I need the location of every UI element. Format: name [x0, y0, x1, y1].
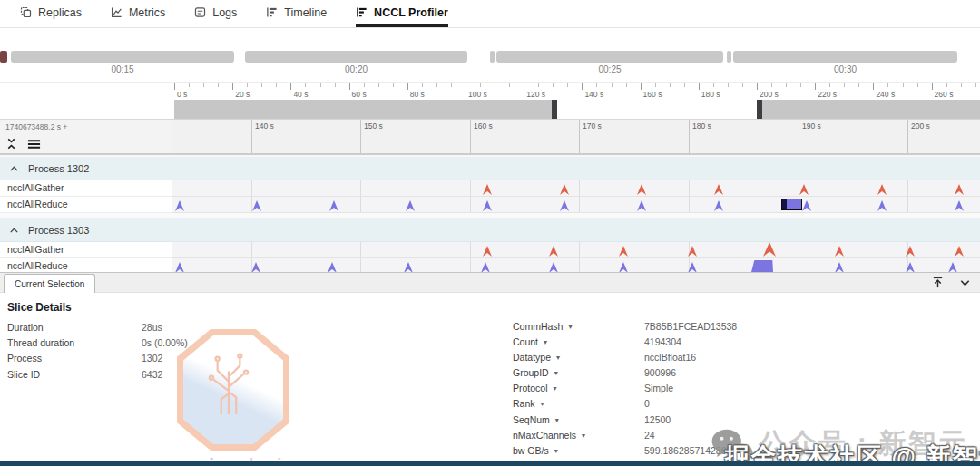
slice-selection-edge: [782, 199, 787, 209]
event-arrow[interactable]: [483, 200, 492, 211]
event-slice[interactable]: [751, 260, 773, 272]
ruler-major-tick: [873, 83, 874, 90]
event-arrow[interactable]: [619, 246, 628, 257]
minimap-bar[interactable]: [245, 51, 467, 63]
tab-label: Replicas: [38, 6, 82, 19]
track-label[interactable]: ncclAllGather: [0, 180, 172, 197]
tab-nccl-profiler[interactable]: NCCL Profiler: [356, 0, 448, 27]
viewport-gridline: [689, 120, 690, 153]
timeline-minimap: 00:1500:2000:2500:30: [0, 40, 980, 82]
event-arrow[interactable]: [802, 200, 811, 211]
event-arrow[interactable]: [252, 200, 261, 211]
viewport-tick-label: 200 s: [911, 121, 930, 131]
track-label[interactable]: ncclAllGather: [0, 242, 172, 258]
ruler-major-tick: [232, 83, 233, 90]
track-gridline: [579, 197, 580, 212]
event-arrow[interactable]: [799, 184, 808, 195]
minimap-bar[interactable]: [11, 51, 234, 63]
timeline-icon: [266, 6, 278, 18]
viewport-tick-label: 150 s: [364, 121, 383, 131]
ruler-minor-tick: [305, 83, 306, 87]
detail-value: 1302: [142, 353, 341, 368]
ruler-minor-tick: [276, 83, 277, 87]
ruler-minor-tick: [771, 83, 772, 87]
overview-brush[interactable]: [0, 100, 980, 119]
event-arrow[interactable]: [714, 200, 723, 211]
ruler-tick-label: 20 s: [235, 90, 250, 99]
track-canvas[interactable]: [172, 197, 980, 213]
event-arrow[interactable]: [329, 200, 338, 211]
event-arrow[interactable]: [560, 184, 569, 195]
event-slice[interactable]: [781, 199, 802, 210]
track-gridline: [360, 242, 361, 257]
selection-panel: Current Selection semianalysis Slice Det…: [0, 272, 980, 466]
ruler-minor-tick: [364, 83, 365, 87]
ruler-minor-tick: [553, 83, 554, 87]
bottom-accent-bar: [0, 461, 980, 466]
ruler-minor-tick: [728, 83, 729, 87]
event-arrow[interactable]: [637, 200, 646, 211]
viewport-gridline: [907, 120, 908, 153]
detail-label-dropdown[interactable]: Count: [513, 336, 644, 352]
event-arrow[interactable]: [877, 184, 887, 195]
ruler-minor-tick: [887, 83, 888, 87]
track-canvas[interactable]: [172, 180, 980, 197]
detail-label-dropdown[interactable]: bw GB/s: [513, 445, 644, 461]
minimap-bar-fragment: [490, 51, 495, 63]
event-arrow[interactable]: [483, 246, 492, 257]
event-arrow[interactable]: [877, 200, 887, 211]
ruler-minor-tick: [218, 83, 219, 87]
viewport-ruler: 1740673488.2 s + 140 s150 s160 s170 s180…: [0, 119, 980, 154]
ruler-major-tick: [641, 83, 642, 90]
detail-label-dropdown[interactable]: Rank: [513, 398, 644, 413]
expand-panel-icon[interactable]: [931, 276, 945, 289]
ruler-minor-tick: [670, 83, 671, 87]
chevron-down-icon[interactable]: [959, 278, 971, 287]
event-arrow[interactable]: [714, 184, 723, 195]
ruler-minor-tick: [612, 83, 612, 87]
nccl-profiler-icon: [356, 6, 368, 18]
process-header-process-1303[interactable]: Process 1303: [0, 218, 980, 242]
detail-label-dropdown[interactable]: Protocol: [513, 383, 644, 398]
viewport-tick-label: 180 s: [692, 121, 711, 131]
detail-label-dropdown[interactable]: GroupID: [513, 367, 644, 383]
event-arrow-large[interactable]: [763, 242, 776, 257]
ruler-minor-tick: [451, 83, 452, 87]
track-gridline: [470, 197, 471, 212]
event-arrow[interactable]: [560, 200, 569, 211]
detail-label: Thread duration: [7, 337, 142, 353]
detail-label-dropdown[interactable]: Datatype: [513, 352, 644, 367]
event-arrow[interactable]: [835, 246, 844, 257]
minimap-bar[interactable]: [733, 51, 957, 63]
event-arrow[interactable]: [637, 184, 646, 195]
tab-logs[interactable]: Logs: [194, 0, 237, 27]
event-arrow[interactable]: [955, 246, 964, 257]
ruler-minor-tick: [858, 83, 859, 87]
minimap-bar[interactable]: [496, 51, 723, 63]
brush-handle-right[interactable]: [757, 100, 762, 119]
ruler-tick-label: 120 s: [526, 90, 545, 99]
brush-handle-left[interactable]: [552, 100, 557, 119]
tab-replicas[interactable]: Replicas: [20, 0, 82, 27]
event-arrow[interactable]: [175, 200, 184, 211]
tab-timeline[interactable]: Timeline: [266, 0, 327, 27]
process-header-process-1302[interactable]: Process 1302: [0, 157, 980, 180]
ruler-minor-tick: [829, 83, 830, 87]
tab-label: NCCL Profiler: [374, 6, 448, 19]
detail-label-dropdown[interactable]: SeqNum: [513, 414, 644, 430]
ruler-minor-tick: [655, 83, 656, 87]
tab-metrics[interactable]: Metrics: [111, 0, 165, 27]
event-arrow[interactable]: [549, 246, 558, 257]
track-label[interactable]: ncclAllReduce: [0, 197, 172, 213]
track-canvas[interactable]: [172, 242, 980, 258]
event-arrow[interactable]: [483, 184, 492, 195]
detail-label-dropdown[interactable]: CommHash: [513, 321, 644, 336]
event-arrow[interactable]: [955, 200, 964, 211]
tab-current-selection[interactable]: Current Selection: [4, 274, 95, 294]
event-arrow[interactable]: [406, 200, 415, 211]
detail-label: Process: [7, 353, 142, 368]
event-arrow[interactable]: [955, 184, 964, 195]
ruler-tick-label: 240 s: [876, 90, 895, 99]
track-gridline: [251, 180, 252, 196]
detail-label-dropdown[interactable]: nMaxChannels: [513, 430, 644, 445]
